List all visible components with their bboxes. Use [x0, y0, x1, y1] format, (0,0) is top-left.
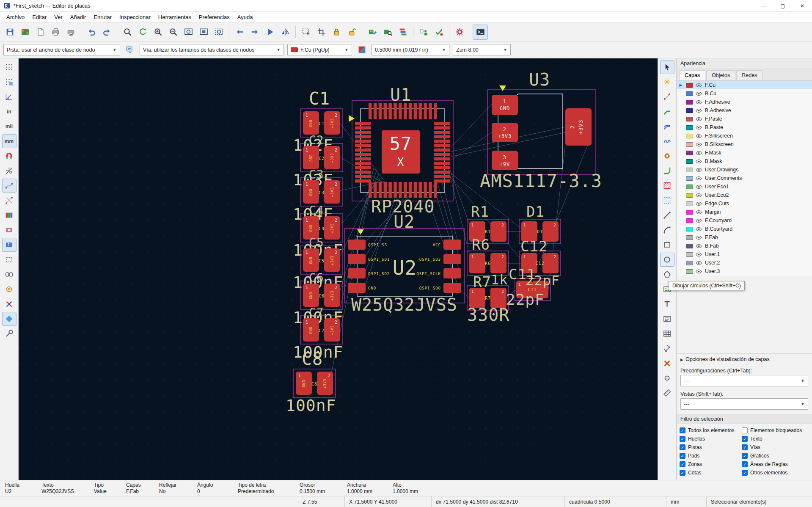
layer-row-f-courtyard[interactable]: F.Courtyard: [677, 216, 812, 225]
layer-color-swatch[interactable]: [686, 193, 693, 198]
menu-anadir[interactable]: Añadir: [66, 12, 90, 22]
filter-huellas[interactable]: ✓Huellas: [680, 436, 742, 442]
plugins-button[interactable]: [452, 25, 467, 40]
checkbox-graficos[interactable]: ✓: [742, 453, 748, 459]
layer-row-f-fab[interactable]: F.Fab: [677, 233, 812, 242]
checkbox-otros-elementos[interactable]: ✓: [742, 470, 748, 476]
sketch-vias-button[interactable]: [2, 282, 17, 296]
visibility-eye-icon[interactable]: [696, 226, 702, 232]
pcb-drawing[interactable]: 12GND+3V3C1102FC112GND+3V3C2103FC212GND+…: [19, 58, 658, 480]
layer-row-b-fab[interactable]: B.Fab: [677, 242, 812, 250]
visibility-eye-icon[interactable]: [696, 82, 702, 88]
visibility-eye-icon[interactable]: [696, 183, 702, 190]
grid-overrides-button[interactable]: [2, 75, 17, 89]
board-properties-button[interactable]: [2, 327, 17, 341]
layer-row-b-silkscreen[interactable]: B.Silkscreen: [677, 140, 812, 149]
visibility-eye-icon[interactable]: [696, 124, 702, 131]
highlight-net-button[interactable]: [660, 75, 674, 89]
menu-enrutar[interactable]: Enrutar: [90, 12, 116, 22]
show-ratsnest-button[interactable]: [2, 179, 17, 193]
visibility-eye-icon[interactable]: [696, 107, 702, 114]
layer-color-swatch[interactable]: [686, 125, 693, 130]
layer-color-swatch[interactable]: [686, 108, 693, 113]
menu-herramientas[interactable]: Herramientas: [154, 12, 195, 22]
crop-view-button[interactable]: [314, 25, 329, 40]
checkbox-pistas[interactable]: ✓: [680, 444, 685, 450]
draw-line-button[interactable]: [660, 208, 674, 222]
visibility-eye-icon[interactable]: [696, 217, 702, 224]
layer-color-swatch[interactable]: [686, 142, 693, 147]
layer-row-user-eco1[interactable]: User.Eco1: [677, 182, 812, 191]
refresh-view-button[interactable]: [135, 25, 150, 40]
measure-button[interactable]: [660, 386, 674, 400]
net-colors-button[interactable]: [2, 208, 17, 222]
layer-display-options[interactable]: ▶Opciones de visualización de capas: [677, 353, 812, 365]
delete-items-button[interactable]: [660, 356, 674, 370]
views-dropdown[interactable]: --- ▼: [680, 398, 808, 410]
layer-pair-button[interactable]: [355, 44, 368, 56]
filter-todos-los-elementos[interactable]: ✓Todos los elementos: [680, 427, 742, 433]
layer-row-b-mask[interactable]: B.Mask: [677, 157, 812, 165]
layer-row-user-3[interactable]: User.3: [677, 267, 812, 276]
layer-color-swatch[interactable]: [686, 218, 693, 223]
run-plot-button[interactable]: [262, 25, 278, 40]
layer-stackup-button[interactable]: [395, 25, 410, 40]
layer-color-swatch[interactable]: [686, 83, 693, 88]
presets-dropdown[interactable]: --- ▼: [680, 375, 808, 386]
layer-row-user-comments[interactable]: User.Comments: [677, 174, 812, 182]
filter-areas-de-reglas[interactable]: ✓Áreas de Reglas: [742, 461, 809, 467]
tune-track-length-button[interactable]: [660, 134, 674, 148]
add-dimension-button[interactable]: [660, 342, 674, 355]
visibility-eye-icon[interactable]: [696, 192, 702, 198]
checkbox-todos-los-elementos[interactable]: ✓: [680, 427, 685, 433]
save-button[interactable]: [2, 25, 17, 40]
visibility-eye-icon[interactable]: [696, 242, 702, 249]
board-setup-button[interactable]: [17, 25, 33, 40]
checkbox-vias[interactable]: ✓: [742, 444, 748, 450]
page-settings-button[interactable]: [33, 25, 48, 40]
layer-row-b-paste[interactable]: B.Paste: [677, 123, 812, 132]
filter-zonas[interactable]: ✓Zonas: [680, 461, 742, 467]
layer-color-swatch[interactable]: [686, 210, 693, 215]
visibility-eye-icon[interactable]: [696, 166, 702, 173]
layer-row-f-silkscreen[interactable]: F.Silkscreen: [677, 132, 812, 140]
layer-row-f-adhesive[interactable]: F.Adhesive: [677, 98, 812, 106]
filter-texto[interactable]: ✓Texto: [742, 436, 809, 442]
checkbox-pads[interactable]: ✓: [680, 453, 685, 459]
undo-from-file-button[interactable]: [232, 25, 247, 40]
layer-row-b-cu[interactable]: B.Cu: [677, 89, 812, 98]
layer-color-swatch[interactable]: [686, 159, 693, 164]
scripting-console-button[interactable]: [473, 25, 488, 40]
visibility-eye-icon[interactable]: [696, 132, 702, 139]
redo-from-file-button[interactable]: [247, 25, 262, 40]
visibility-eye-icon[interactable]: [696, 268, 702, 275]
design-rules-check-button[interactable]: [431, 25, 446, 40]
footprint-browser-button[interactable]: [380, 25, 395, 40]
unlock-button[interactable]: [344, 25, 359, 40]
units-mils-button[interactable]: mil: [2, 119, 17, 133]
visibility-eye-icon[interactable]: [696, 209, 702, 215]
layer-color-swatch[interactable]: [686, 185, 693, 189]
layer-row-user-drawings[interactable]: User.Drawings: [677, 165, 812, 174]
tab-redes[interactable]: Redes: [736, 70, 762, 80]
via-size-dropdown[interactable]: Vía: utilizar los tamaños de las clases …: [140, 44, 284, 55]
filter-cotas[interactable]: ✓Cotas: [680, 470, 742, 476]
print-button[interactable]: [48, 25, 63, 40]
filter-pistas[interactable]: ✓Pistas: [680, 444, 742, 450]
footprint-editor-button[interactable]: [365, 25, 380, 40]
layer-color-swatch[interactable]: [686, 91, 693, 96]
toggle-grid-button[interactable]: [2, 60, 17, 74]
draw-rectangle-button[interactable]: [660, 238, 674, 252]
find-button[interactable]: [120, 25, 135, 40]
maximize-button[interactable]: ▢: [773, 0, 793, 11]
layer-row-edge-cuts[interactable]: Edge.Cuts: [677, 199, 812, 208]
checkbox-texto[interactable]: ✓: [742, 436, 748, 442]
local-ratsnest-button[interactable]: [660, 90, 674, 104]
curved-ratsnest-button[interactable]: [2, 193, 17, 207]
visibility-eye-icon[interactable]: [696, 175, 702, 182]
zoom-out-button[interactable]: [165, 25, 181, 40]
sketch-tracks-button[interactable]: [2, 297, 17, 311]
layer-row-user-eco2[interactable]: User.Eco2: [677, 191, 812, 199]
checkbox-zonas[interactable]: ✓: [680, 461, 685, 467]
plot-button[interactable]: [63, 25, 78, 40]
